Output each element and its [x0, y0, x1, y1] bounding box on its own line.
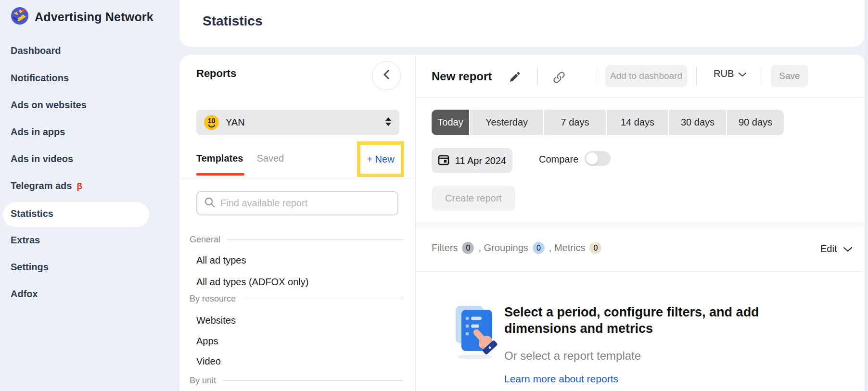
date-value: 11 Apr 2024	[455, 155, 506, 166]
report-config-summary: Filters 0 , Groupings 0 , Metrics 0	[432, 242, 601, 254]
search-input[interactable]	[220, 198, 391, 209]
sidebar-item-label: Ads on websites	[11, 100, 87, 111]
sidebar-item-settings[interactable]: Settings	[11, 262, 49, 273]
sidebar-item-extras[interactable]: Extras	[11, 235, 40, 246]
page-header: Statistics	[179, 0, 865, 47]
compare-label: Compare	[539, 154, 578, 165]
scroll-shadow	[415, 223, 865, 230]
sidebar-item-label: Ads in apps	[11, 126, 65, 138]
app-logo[interactable]: Advertising Network	[11, 7, 153, 27]
copy-link-button[interactable]	[551, 70, 567, 87]
sidebar-item-label: Notifications	[11, 73, 69, 84]
report-template-all-ad-types[interactable]: All ad types	[196, 255, 246, 266]
pencil-icon	[508, 71, 521, 86]
period-tab-90-days[interactable]: 90 days	[727, 110, 784, 135]
toggle-knob	[586, 152, 598, 164]
currency-selector[interactable]: RUB	[714, 68, 746, 79]
report-template-all-ad-types-adfox[interactable]: All ad types (ADFOX only)	[196, 277, 308, 288]
report-template-illustration	[455, 302, 501, 361]
filters-count-badge: 0	[462, 242, 474, 254]
link-icon	[552, 71, 566, 86]
sidebar-item-ads-on-websites[interactable]: Ads on websites	[11, 100, 87, 111]
sidebar-item-adfox[interactable]: Adfox	[11, 289, 38, 300]
editor-header-divider	[415, 97, 865, 98]
sidebar-item-label: Dashboard	[11, 45, 61, 56]
section-rule	[227, 240, 403, 240]
chevron-left-icon	[383, 69, 390, 82]
currency-value: RUB	[714, 68, 734, 79]
account-selector[interactable]: 10 YAN	[196, 110, 399, 135]
toolbar-separator	[537, 67, 538, 86]
section-title: By resource	[190, 294, 236, 304]
groupings-count-badge: 0	[533, 242, 545, 254]
metrics-count-badge: 0	[589, 242, 601, 254]
toolbar-separator	[762, 67, 762, 86]
calendar-icon	[438, 154, 449, 168]
yandex-sphere-icon	[11, 7, 29, 27]
learn-more-link[interactable]: Learn more about reports	[504, 373, 618, 385]
section-rule	[223, 380, 403, 381]
sidebar-item-label: Settings	[11, 262, 49, 273]
toolbar-separator	[597, 67, 597, 86]
report-title: New report	[432, 70, 492, 83]
edit-config-button[interactable]: Edit	[820, 243, 852, 254]
section-header-general: General	[190, 235, 403, 245]
report-search	[196, 191, 398, 215]
chevron-down-icon	[843, 243, 852, 254]
chevron-down-icon	[739, 68, 746, 79]
period-tab-14-days[interactable]: 14 days	[607, 110, 668, 135]
main-panel: Reports 10 YAN Templates Saved	[179, 55, 865, 391]
rename-report-button[interactable]	[507, 71, 522, 86]
sidebar-item-label: Ads in videos	[11, 153, 73, 164]
tab-templates[interactable]: Templates	[196, 153, 243, 164]
sidebar-item-ads-in-apps[interactable]: Ads in apps	[11, 126, 65, 138]
highlight-box: + New	[357, 141, 404, 177]
account-badge-number: 10	[208, 118, 216, 124]
search-icon	[204, 197, 216, 210]
sidebar-item-label: Extras	[11, 235, 40, 246]
period-tab-30-days[interactable]: 30 days	[669, 110, 726, 135]
filters-label: Filters	[432, 242, 458, 253]
sidebar-item-dashboard[interactable]: Dashboard	[11, 45, 61, 56]
compare-toggle[interactable]	[585, 151, 611, 166]
report-template-websites[interactable]: Websites	[196, 315, 236, 326]
active-tab-underline	[196, 173, 244, 176]
edit-label: Edit	[820, 243, 837, 254]
empty-state-heading: Select a period, configure filters, and …	[504, 304, 783, 337]
sidebar: Advertising Network Dashboard Notificati…	[0, 0, 179, 391]
page-scrollbar[interactable]	[865, 0, 868, 391]
sidebar-item-label: Statistics	[11, 208, 53, 219]
period-tab-yesterday[interactable]: Yesterday	[470, 110, 543, 135]
metrics-label: , Metrics	[549, 242, 586, 253]
toolbar-separator	[696, 67, 697, 86]
beta-badge: β	[77, 181, 82, 191]
save-button[interactable]: Save	[771, 65, 808, 87]
sidebar-item-label: Telegram ads	[11, 180, 72, 191]
sidebar-item-ads-in-videos[interactable]: Ads in videos	[11, 153, 73, 164]
app-logo-text: Advertising Network	[35, 10, 153, 24]
report-template-apps[interactable]: Apps	[196, 336, 218, 347]
sidebar-item-telegram-ads[interactable]: Telegram ads β	[11, 180, 82, 191]
sidebar-item-notifications[interactable]: Notifications	[11, 73, 69, 84]
section-title: By unit	[190, 376, 216, 386]
report-template-video[interactable]: Video	[196, 356, 221, 367]
date-picker-button[interactable]: 11 Apr 2024	[432, 148, 512, 173]
collapse-panel-button[interactable]	[372, 61, 401, 90]
app-window: Advertising Network Dashboard Notificati…	[0, 0, 868, 391]
section-header-by-unit: By unit	[190, 376, 403, 386]
add-to-dashboard-button[interactable]: Add to dashboard	[605, 65, 687, 87]
create-report-button[interactable]: Create report	[432, 186, 515, 211]
tabs-divider	[179, 178, 415, 178]
groupings-label: , Groupings	[478, 242, 528, 253]
new-report-button[interactable]: + New	[367, 154, 394, 165]
period-tab-7-days[interactable]: 7 days	[544, 110, 606, 135]
period-tab-today[interactable]: Today	[432, 110, 469, 135]
empty-state-subheading: Or select a report template	[504, 349, 641, 363]
sidebar-item-statistics[interactable]: Statistics	[11, 208, 53, 219]
editor-section-divider	[415, 271, 865, 272]
page-title: Statistics	[203, 13, 263, 29]
sidebar-item-label: Adfox	[11, 289, 38, 300]
section-header-by-resource: By resource	[190, 294, 403, 304]
tab-saved[interactable]: Saved	[256, 153, 284, 164]
sort-arrows-icon	[385, 117, 392, 128]
